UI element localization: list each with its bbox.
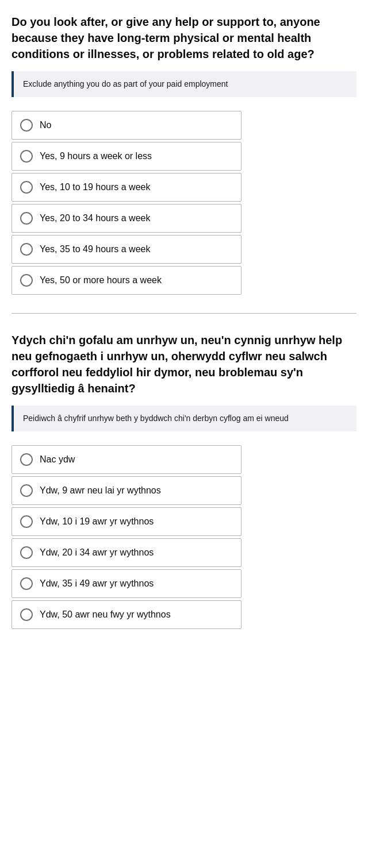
- option-item[interactable]: Yes, 10 to 19 hours a week: [12, 173, 241, 202]
- option-label[interactable]: Ydw, 20 i 34 awr yr wythnos: [12, 539, 241, 566]
- option-item[interactable]: Ydw, 35 i 49 awr yr wythnos: [12, 569, 241, 598]
- option-item[interactable]: Yes, 35 to 49 hours a week: [12, 235, 241, 264]
- option-text: Nac ydw: [40, 453, 75, 466]
- radio-s2_yes3[interactable]: [20, 546, 33, 559]
- option-label[interactable]: Yes, 10 to 19 hours a week: [12, 173, 241, 201]
- option-item[interactable]: Ydw, 20 i 34 awr yr wythnos: [12, 538, 241, 567]
- options-list-welsh: Nac ydwYdw, 9 awr neu lai yr wythnosYdw,…: [12, 445, 241, 629]
- option-item[interactable]: Yes, 20 to 34 hours a week: [12, 204, 241, 233]
- option-item[interactable]: Yes, 50 or more hours a week: [12, 266, 241, 295]
- section-divider: [12, 313, 356, 314]
- radio-s2_yes5[interactable]: [20, 608, 33, 621]
- radio-s1_yes5[interactable]: [20, 274, 33, 287]
- hint-box-welsh: Peidiwch â chyfrif unrhyw beth y byddwch…: [12, 406, 356, 431]
- radio-s2_no[interactable]: [20, 453, 33, 466]
- hint-text-english: Exclude anything you do as part of your …: [23, 79, 228, 88]
- option-item[interactable]: Ydw, 50 awr neu fwy yr wythnos: [12, 600, 241, 629]
- option-label[interactable]: Ydw, 10 i 19 awr yr wythnos: [12, 508, 241, 535]
- options-list-english: NoYes, 9 hours a week or lessYes, 10 to …: [12, 111, 241, 295]
- option-label[interactable]: Yes, 50 or more hours a week: [12, 267, 241, 294]
- option-item[interactable]: Nac ydw: [12, 445, 241, 474]
- radio-s1_no[interactable]: [20, 119, 33, 132]
- option-item[interactable]: Yes, 9 hours a week or less: [12, 142, 241, 171]
- option-text: Yes, 35 to 49 hours a week: [40, 242, 150, 256]
- option-label[interactable]: Ydw, 50 awr neu fwy yr wythnos: [12, 601, 241, 628]
- question-title-english: Do you look after, or give any help or s…: [12, 14, 356, 62]
- section-welsh: Ydych chi'n gofalu am unrhyw un, neu'n c…: [12, 332, 356, 629]
- option-text: Yes, 50 or more hours a week: [40, 273, 162, 287]
- page-container: Do you look after, or give any help or s…: [0, 0, 368, 661]
- option-text: No: [40, 118, 51, 132]
- option-text: Yes, 20 to 34 hours a week: [40, 211, 150, 225]
- radio-s1_yes3[interactable]: [20, 212, 33, 225]
- option-label[interactable]: Ydw, 9 awr neu lai yr wythnos: [12, 477, 241, 504]
- option-text: Ydw, 35 i 49 awr yr wythnos: [40, 577, 154, 591]
- radio-s1_yes4[interactable]: [20, 243, 33, 256]
- hint-text-welsh: Peidiwch â chyfrif unrhyw beth y byddwch…: [23, 414, 289, 423]
- hint-box-english: Exclude anything you do as part of your …: [12, 71, 356, 97]
- option-text: Ydw, 50 awr neu fwy yr wythnos: [40, 608, 171, 622]
- radio-s1_yes1[interactable]: [20, 150, 33, 163]
- radio-s2_yes2[interactable]: [20, 515, 33, 528]
- option-label[interactable]: Ydw, 35 i 49 awr yr wythnos: [12, 570, 241, 597]
- option-text: Yes, 9 hours a week or less: [40, 149, 152, 163]
- option-label[interactable]: Yes, 20 to 34 hours a week: [12, 205, 241, 232]
- option-label[interactable]: Yes, 9 hours a week or less: [12, 142, 241, 170]
- option-text: Ydw, 9 awr neu lai yr wythnos: [40, 484, 161, 497]
- option-label[interactable]: Yes, 35 to 49 hours a week: [12, 236, 241, 263]
- option-item[interactable]: Ydw, 10 i 19 awr yr wythnos: [12, 507, 241, 536]
- option-item[interactable]: No: [12, 111, 241, 140]
- option-text: Ydw, 20 i 34 awr yr wythnos: [40, 546, 154, 560]
- option-item[interactable]: Ydw, 9 awr neu lai yr wythnos: [12, 476, 241, 505]
- radio-s2_yes4[interactable]: [20, 577, 33, 590]
- radio-s1_yes2[interactable]: [20, 181, 33, 194]
- option-label[interactable]: Nac ydw: [12, 446, 241, 473]
- section-english: Do you look after, or give any help or s…: [12, 14, 356, 295]
- option-text: Ydw, 10 i 19 awr yr wythnos: [40, 515, 154, 528]
- question-title-welsh: Ydych chi'n gofalu am unrhyw un, neu'n c…: [12, 332, 356, 396]
- radio-s2_yes1[interactable]: [20, 484, 33, 497]
- option-label[interactable]: No: [12, 111, 241, 139]
- option-text: Yes, 10 to 19 hours a week: [40, 180, 150, 194]
